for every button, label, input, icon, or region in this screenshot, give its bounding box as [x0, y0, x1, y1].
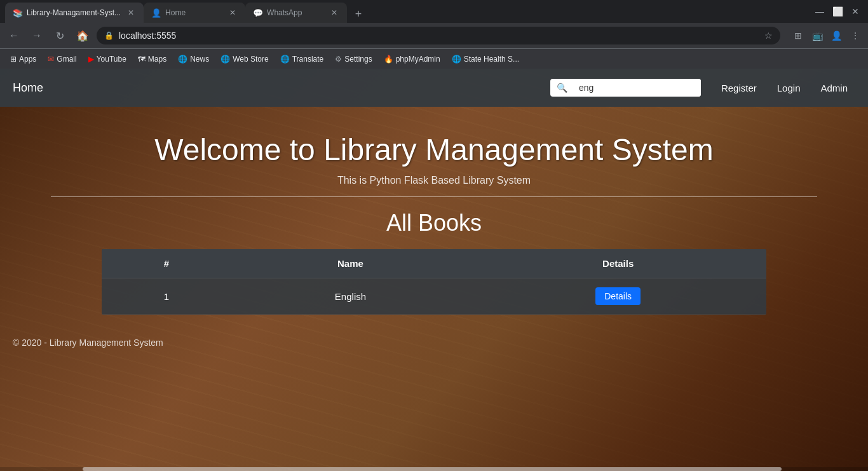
- navbar-links: Register Login Admin: [714, 78, 855, 99]
- lock-icon: 🔒: [104, 31, 114, 40]
- title-bar: 📚 Library-Managament-Syst... ✕ 👤 Home ✕ …: [0, 0, 868, 23]
- tab-3-close[interactable]: ✕: [329, 8, 339, 18]
- phpmyadmin-label: phpMyAdmin: [396, 55, 440, 64]
- admin-link[interactable]: Admin: [813, 78, 855, 99]
- news-label: News: [190, 55, 209, 64]
- tab-bar: 📚 Library-Managament-Syst... ✕ 👤 Home ✕ …: [5, 0, 367, 23]
- tab-2-favicon: 👤: [151, 8, 160, 17]
- col-header-name: Name: [231, 249, 470, 278]
- login-link[interactable]: Login: [770, 78, 808, 99]
- cast-icon[interactable]: 📺: [810, 28, 825, 43]
- tab-1-title: Library-Managament-Syst...: [27, 8, 121, 17]
- news-favicon: 🌐: [178, 55, 187, 64]
- settings-label: Settings: [344, 55, 372, 64]
- col-header-details: Details: [470, 249, 766, 278]
- tab-3[interactable]: 💬 WhatsApp ✕: [245, 3, 347, 23]
- cell-id: 1: [102, 278, 231, 315]
- table-header-row: # Name Details: [102, 249, 766, 278]
- youtube-favicon: ▶: [88, 55, 94, 64]
- tab-2-close[interactable]: ✕: [227, 8, 238, 18]
- scroll-thumb[interactable]: [83, 467, 782, 471]
- hero-subtitle: This is Python Flask Based Library Syste…: [13, 175, 855, 186]
- webstore-label: Web Store: [233, 55, 268, 64]
- url-bar[interactable]: 🔒 ☆: [97, 27, 780, 44]
- bookmark-settings[interactable]: ⚙ Settings: [330, 52, 377, 66]
- statehealth-label: State Health S...: [464, 55, 519, 64]
- col-header-id: #: [102, 249, 231, 278]
- tab-1-close[interactable]: ✕: [126, 8, 136, 18]
- tab-3-title: WhatsApp: [267, 8, 324, 17]
- refresh-button[interactable]: ↻: [51, 27, 69, 44]
- forward-button[interactable]: →: [28, 27, 46, 44]
- extensions-icon[interactable]: ⊞: [790, 28, 806, 43]
- tab-2-title: Home: [165, 8, 222, 17]
- apps-favicon: ⊞: [10, 55, 17, 64]
- minimize-button[interactable]: —: [812, 4, 827, 19]
- hero-divider: [51, 196, 817, 197]
- bookmark-maps[interactable]: 🗺 Maps: [133, 52, 172, 66]
- books-table: # Name Details 1 English Details: [102, 249, 766, 315]
- details-button[interactable]: Details: [595, 287, 641, 305]
- bookmark-youtube[interactable]: ▶ YouTube: [83, 52, 132, 66]
- home-button[interactable]: 🏠: [74, 27, 92, 44]
- back-button[interactable]: ←: [5, 27, 23, 44]
- youtube-label: YouTube: [97, 55, 126, 64]
- cell-name: English: [231, 278, 470, 315]
- scroll-indicator[interactable]: [0, 467, 868, 471]
- webstore-favicon: 🌐: [220, 55, 230, 64]
- bookmark-translate[interactable]: 🌐 Translate: [275, 52, 329, 66]
- register-link[interactable]: Register: [714, 78, 764, 99]
- footer-text: © 2020 - Library Management System: [13, 338, 163, 348]
- tab-1[interactable]: 📚 Library-Managament-Syst... ✕: [5, 3, 144, 23]
- section-title: All Books: [13, 210, 855, 236]
- tab-2[interactable]: 👤 Home ✕: [144, 3, 245, 23]
- apps-label: Apps: [19, 55, 36, 64]
- close-button[interactable]: ✕: [848, 4, 863, 19]
- menu-icon[interactable]: ⋮: [848, 28, 863, 43]
- search-button[interactable]: 🔍: [550, 79, 574, 97]
- settings-favicon: ⚙: [335, 55, 342, 64]
- books-table-container: # Name Details 1 English Details: [102, 249, 766, 315]
- maximize-button[interactable]: ⬜: [830, 4, 845, 19]
- profile-icon[interactable]: 👤: [829, 28, 844, 43]
- site-navbar: Home 🔍 Register Login Admin: [0, 69, 868, 107]
- page-footer: © 2020 - Library Management System: [0, 327, 868, 353]
- table-body: 1 English Details: [102, 278, 766, 315]
- translate-label: Translate: [292, 55, 324, 64]
- statehealth-favicon: 🌐: [452, 55, 461, 64]
- bookmark-apps[interactable]: ⊞ Apps: [5, 52, 41, 66]
- new-tab-button[interactable]: +: [349, 5, 367, 23]
- window-controls: — ⬜ ✕: [812, 4, 863, 19]
- tab-1-favicon: 📚: [13, 8, 22, 17]
- gmail-favicon: ✉: [48, 55, 54, 64]
- star-icon[interactable]: ☆: [764, 31, 773, 41]
- main-content: Welcome to Library Management System Thi…: [0, 107, 868, 327]
- maps-label: Maps: [148, 55, 166, 64]
- table-row: 1 English Details: [102, 278, 766, 315]
- bookmarks-bar: ⊞ Apps ✉ Gmail ▶ YouTube 🗺 Maps 🌐 News 🌐…: [0, 48, 868, 69]
- table-header: # Name Details: [102, 249, 766, 278]
- bookmark-gmail[interactable]: ✉ Gmail: [43, 52, 81, 66]
- address-bar: ← → ↻ 🏠 🔒 ☆ ⊞ 📺 👤 ⋮: [0, 23, 868, 48]
- toolbar-icons: ⊞ 📺 👤 ⋮: [790, 28, 863, 43]
- url-input[interactable]: [119, 31, 759, 41]
- hero-title: Welcome to Library Management System: [13, 132, 855, 167]
- page-content: Home 🔍 Register Login Admin Welcome to L…: [0, 69, 868, 471]
- bookmark-phpmyadmin[interactable]: 🔥 phpMyAdmin: [379, 52, 445, 66]
- maps-favicon: 🗺: [138, 55, 146, 64]
- gmail-label: Gmail: [57, 55, 76, 64]
- search-input[interactable]: [574, 79, 701, 97]
- cell-details: Details: [470, 278, 766, 315]
- search-form[interactable]: 🔍: [550, 79, 701, 97]
- bookmark-news[interactable]: 🌐 News: [173, 52, 214, 66]
- bookmark-webstore[interactable]: 🌐 Web Store: [215, 52, 273, 66]
- phpmyadmin-favicon: 🔥: [384, 55, 393, 64]
- tab-3-favicon: 💬: [253, 8, 262, 17]
- translate-favicon: 🌐: [280, 55, 290, 64]
- navbar-brand[interactable]: Home: [13, 81, 43, 95]
- bookmark-statehealth[interactable]: 🌐 State Health S...: [447, 52, 524, 66]
